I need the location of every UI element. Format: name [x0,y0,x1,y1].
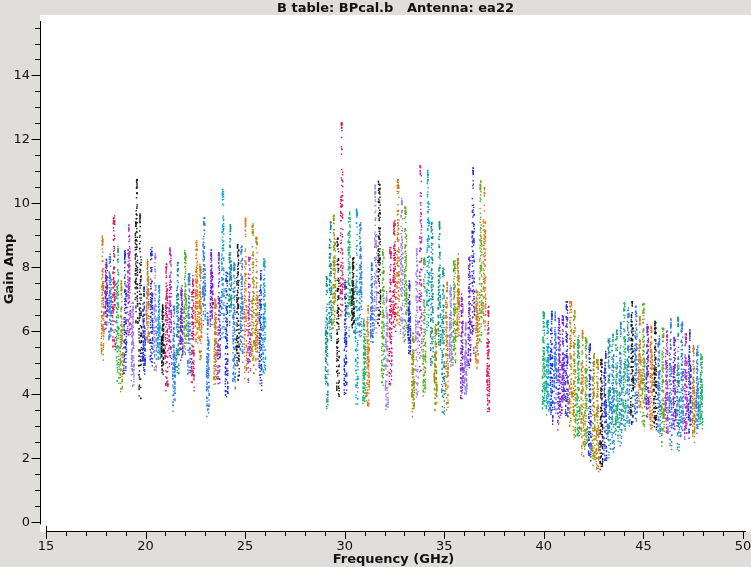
bandpass-plot-canvas[interactable] [0,0,751,567]
y-tick-label: 12 [0,131,30,146]
y-tick-label: 14 [0,67,30,82]
x-tick-label: 15 [28,538,64,553]
y-tick-label: 6 [0,323,30,338]
x-tick-label: 50 [725,538,751,553]
y-tick-label: 4 [0,386,30,401]
x-tick-label: 35 [426,538,462,553]
x-tick-label: 45 [625,538,661,553]
y-tick-label: 8 [0,259,30,274]
x-tick-label: 20 [128,538,164,553]
x-axis-label: Frequency (GHz) [40,551,747,566]
y-tick-label: 2 [0,450,30,465]
x-tick-label: 25 [227,538,263,553]
plot-title: B table: BPcal.b Antenna: ea22 [40,0,751,14]
x-tick-label: 40 [526,538,562,553]
x-tick-label: 30 [327,538,363,553]
y-tick-label: 0 [0,514,30,529]
y-tick-label: 10 [0,195,30,210]
